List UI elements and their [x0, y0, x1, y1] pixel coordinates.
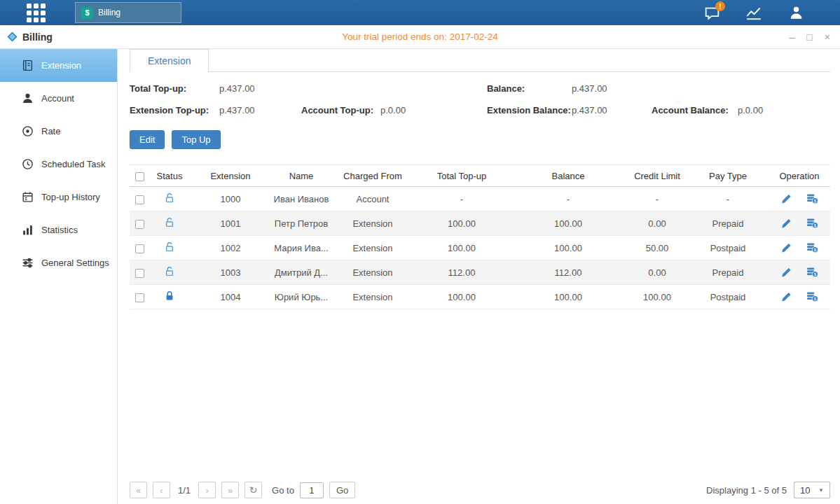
- statistics-line-chart-icon[interactable]: [745, 4, 763, 22]
- account-topup-label: Account Top-up:: [301, 105, 380, 115]
- cell-credit-limit: -: [627, 187, 687, 211]
- select-all-checkbox[interactable]: [135, 172, 144, 181]
- sidebar-item-scheduled-task[interactable]: Scheduled Task: [0, 148, 117, 181]
- sidebar-item-topup-history[interactable]: Top-up History: [0, 181, 117, 214]
- sidebar-item-label: General Settings: [41, 258, 109, 268]
- cell-balance: 100.00: [509, 285, 627, 309]
- cell-pay-type: Prepaid: [687, 211, 769, 236]
- status-lock-icon[interactable]: [164, 241, 175, 253]
- edit-icon[interactable]: [780, 267, 792, 278]
- extension-topup-label: Extension Top-up:: [130, 105, 219, 115]
- cell-charged-from: Extension: [331, 211, 414, 236]
- status-lock-icon[interactable]: [164, 290, 175, 302]
- cell-name: Дмитрий Д...: [271, 260, 331, 285]
- account-balance-label: Account Balance:: [652, 105, 738, 115]
- sidebar-item-statistics[interactable]: Statistics: [0, 214, 117, 246]
- row-checkbox[interactable]: [135, 195, 144, 204]
- topup-icon[interactable]: $: [806, 267, 818, 278]
- topup-icon[interactable]: $: [806, 218, 818, 229]
- row-checkbox[interactable]: [135, 220, 144, 229]
- close-icon[interactable]: ×: [825, 32, 830, 42]
- cell-extension: 1003: [190, 260, 271, 285]
- cell-credit-limit: 100.00: [627, 285, 687, 309]
- billing-app-tab[interactable]: $ Billing: [75, 2, 181, 23]
- sidebar-item-general-settings[interactable]: General Settings: [0, 246, 117, 279]
- cell-charged-from: Extension: [331, 236, 414, 260]
- edit-button[interactable]: Edit: [130, 130, 165, 149]
- topup-icon[interactable]: $: [806, 193, 818, 204]
- edit-icon[interactable]: [780, 242, 792, 253]
- next-page-button[interactable]: ›: [198, 482, 216, 498]
- row-checkbox[interactable]: [135, 293, 144, 302]
- maximize-icon[interactable]: □: [806, 32, 812, 42]
- edit-icon[interactable]: [780, 291, 792, 302]
- col-extension: Extension: [190, 165, 271, 187]
- table-row: 1000 Иван Иванов Account - - - - $: [130, 187, 830, 211]
- account-person-icon: [22, 92, 34, 104]
- total-topup-label: Total Top-up:: [130, 83, 219, 94]
- notification-badge: !: [715, 1, 725, 11]
- last-page-button[interactable]: »: [221, 482, 239, 498]
- user-account-icon[interactable]: [787, 4, 805, 22]
- status-lock-icon[interactable]: [164, 266, 175, 277]
- notifications-chat-icon[interactable]: !: [703, 4, 721, 22]
- refresh-icon[interactable]: ↻: [245, 482, 262, 498]
- pagination-bar: « ‹ 1/1 › » ↻ Go to Go Displaying 1 - 5 …: [130, 482, 830, 498]
- table-row: 1003 Дмитрий Д... Extension 112.00 112.0…: [130, 260, 830, 285]
- billing-app-tab-label: Billing: [98, 8, 121, 18]
- displaying-info: Displaying 1 - 5 of 5: [706, 485, 787, 496]
- cell-charged-from: Extension: [331, 285, 414, 309]
- status-lock-icon[interactable]: [164, 217, 175, 228]
- statistics-chart-icon: [22, 224, 34, 236]
- goto-label: Go to: [272, 485, 294, 496]
- page-size-select[interactable]: 10 ▼: [794, 482, 830, 498]
- window-title: Billing: [22, 31, 53, 43]
- extension-balance-label: Extension Balance:: [487, 105, 572, 115]
- goto-page-input[interactable]: [300, 482, 324, 498]
- sidebar-item-rate[interactable]: Rate: [0, 115, 117, 148]
- account-topup-value: p.0.00: [380, 105, 406, 115]
- extension-book-icon: [22, 59, 34, 71]
- scheduled-task-clock-icon: [22, 158, 34, 170]
- topup-icon[interactable]: $: [806, 242, 818, 253]
- row-checkbox[interactable]: [135, 244, 144, 253]
- cell-name: Мария Ива...: [271, 236, 331, 260]
- toolbar: Edit Top Up: [130, 130, 830, 149]
- extension-balance-value: p.437.00: [572, 105, 607, 115]
- topup-icon[interactable]: $: [806, 291, 818, 302]
- sidebar-item-label: Extension: [41, 60, 81, 71]
- top-up-button[interactable]: Top Up: [172, 130, 220, 149]
- cell-credit-limit: 0.00: [627, 260, 687, 285]
- cell-balance: 112.00: [509, 260, 627, 285]
- cell-credit-limit: 0.00: [627, 211, 687, 236]
- sidebar-item-extension[interactable]: Extension: [0, 49, 117, 82]
- billing-logo-icon: [7, 31, 18, 42]
- edit-icon[interactable]: [780, 218, 792, 229]
- col-balance: Balance: [509, 165, 627, 187]
- col-operation: Operation: [769, 165, 830, 187]
- billing-sidebar: Extension Account Rate: [0, 49, 118, 504]
- extension-balance-field: Extension Balance: p.437.00: [487, 105, 652, 115]
- sidebar-item-label: Top-up History: [41, 192, 100, 202]
- sidebar-item-account[interactable]: Account: [0, 82, 117, 115]
- tab-extension[interactable]: Extension: [130, 49, 209, 72]
- first-page-button[interactable]: «: [130, 482, 147, 498]
- row-checkbox[interactable]: [135, 269, 144, 278]
- col-total-topup: Total Top-up: [414, 165, 509, 187]
- trial-period-notice: Your trial period ends on: 2017-02-24: [0, 31, 840, 42]
- col-credit-limit: Credit Limit: [627, 165, 687, 187]
- cell-charged-from: Account: [331, 187, 414, 211]
- edit-icon[interactable]: [780, 193, 792, 204]
- balance-label: Balance:: [487, 83, 572, 94]
- cell-credit-limit: 50.00: [627, 236, 687, 260]
- extension-topup-value: p.437.00: [219, 105, 255, 115]
- account-balance-value: p.0.00: [738, 105, 763, 115]
- go-button[interactable]: Go: [329, 482, 355, 498]
- col-charged-from: Charged From: [331, 165, 414, 187]
- prev-page-button[interactable]: ‹: [153, 482, 170, 498]
- sidebar-item-label: Account: [41, 93, 74, 104]
- account-balance-field: Account Balance: p.0.00: [652, 105, 830, 115]
- minimize-icon[interactable]: –: [790, 32, 795, 42]
- apps-grid-icon[interactable]: [27, 4, 46, 22]
- status-lock-icon[interactable]: [164, 192, 175, 204]
